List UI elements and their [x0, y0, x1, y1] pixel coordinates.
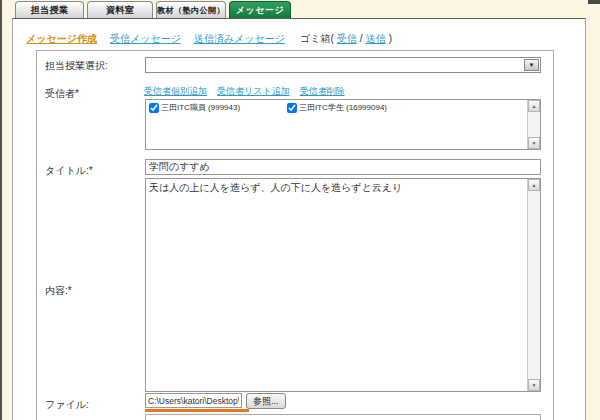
trash-close-paren: ) — [389, 33, 392, 44]
dropdown-arrow-button[interactable]: ▼ — [524, 59, 539, 71]
trash-label: ゴミ箱( — [300, 33, 334, 44]
trash-received-link[interactable]: 受信 — [337, 33, 357, 44]
add-individual-recipient-link[interactable]: 受信者個別追加 — [144, 85, 207, 98]
lms-message-page: メッセージ作成 受信メッセージ 送信済みメッセージ ゴミ箱(受信/送信) 担当授… — [0, 0, 600, 420]
message-subnav: メッセージ作成 受信メッセージ 送信済みメッセージ ゴミ箱(受信/送信) — [26, 32, 392, 46]
file-label: ファイル: — [45, 398, 145, 412]
subnav-sent-link[interactable]: 送信済みメッセージ — [194, 32, 285, 46]
scroll-down-icon[interactable]: ▼ — [528, 137, 540, 149]
recipient-staff-checkbox[interactable] — [149, 103, 159, 113]
recipient-item-student[interactable]: 三田ITC学生 (16999094) — [287, 102, 387, 113]
recipient-staff-label: 三田ITC職員 (999943) — [161, 102, 240, 113]
partial-next-field — [145, 414, 541, 420]
class-select-dropdown[interactable]: ▼ — [145, 57, 541, 73]
tab-teaching-materials[interactable]: 教材（塾内公開） — [156, 1, 226, 18]
subnav-inbox-link[interactable]: 受信メッセージ — [110, 32, 181, 46]
scroll-up-icon[interactable]: ▲ — [528, 179, 540, 191]
scroll-down-icon[interactable]: ▼ — [528, 379, 540, 391]
chevron-down-icon: ▼ — [529, 62, 535, 68]
message-body-text: 天は人の上に人を造らず、人の下に人を造らずと云えり — [149, 181, 524, 194]
subnav-trash-group: ゴミ箱(受信/送信) — [300, 32, 392, 46]
recipient-item-staff[interactable]: 三田ITC職員 (999943) — [149, 102, 240, 113]
recipient-action-links: 受信者個別追加 受信者リスト追加 受信者削除 — [144, 85, 345, 98]
trash-separator: / — [360, 33, 363, 44]
window-corner-artifact — [588, 0, 600, 4]
file-path-input[interactable] — [145, 393, 242, 408]
annotation-highlight-underline — [145, 409, 249, 412]
subnav-compose-link[interactable]: メッセージ作成 — [26, 32, 97, 46]
trash-sent-link[interactable]: 送信 — [366, 33, 386, 44]
tab-assigned-classes[interactable]: 担当授業 — [15, 1, 84, 18]
content-label: 内容:* — [45, 284, 145, 298]
recipients-label: 受信者* — [45, 87, 145, 101]
tab-document-room[interactable]: 資料室 — [87, 1, 153, 18]
content-panel: メッセージ作成 受信メッセージ 送信済みメッセージ ゴミ箱(受信/送信) 担当授… — [12, 18, 586, 420]
recipient-student-checkbox[interactable] — [287, 103, 297, 113]
title-input[interactable] — [145, 159, 541, 175]
recipient-student-label: 三田ITC学生 (16999094) — [299, 102, 387, 113]
class-select-label: 担当授業選択: — [45, 59, 145, 73]
add-recipient-list-link[interactable]: 受信者リスト追加 — [217, 85, 290, 98]
window-left-border — [0, 0, 2, 420]
message-body-textarea[interactable]: 天は人の上に人を造らず、人の下に人を造らずと云えり ▲ ▼ — [145, 178, 541, 392]
textarea-scrollbar[interactable]: ▲ ▼ — [527, 179, 540, 391]
browse-button[interactable]: 参照... — [246, 393, 286, 409]
compose-form-panel: 担当授業選択: ▼ 受信者* 受信者個別追加 受信者リスト追加 受信者削除 三田… — [36, 50, 554, 420]
delete-recipient-link[interactable]: 受信者削除 — [300, 85, 345, 98]
main-tabbar: 担当授業 資料室 教材（塾内公開） メッセージ — [12, 0, 586, 18]
listbox-scrollbar[interactable]: ▲ ▼ — [527, 100, 540, 149]
recipient-listbox[interactable]: 三田ITC職員 (999943) 三田ITC学生 (16999094) ▲ ▼ — [145, 99, 541, 150]
title-label: タイトル:* — [45, 164, 145, 178]
tab-messages[interactable]: メッセージ — [229, 1, 291, 18]
scroll-up-icon[interactable]: ▲ — [528, 100, 540, 112]
